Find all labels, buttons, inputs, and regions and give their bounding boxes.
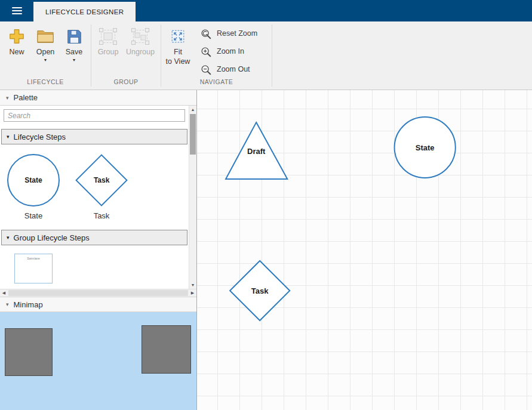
section-label-lifecycle: LIFECYCLE — [0, 78, 91, 90]
palette-search-input[interactable] — [4, 109, 185, 122]
zoom-out-button[interactable]: Zoom Out — [198, 61, 263, 78]
canvas-node-draft[interactable]: Draft — [226, 122, 287, 179]
palette-item-state[interactable]: State State — [7, 154, 60, 220]
state-circle-shape: State — [7, 154, 60, 206]
section-label-group: GROUP — [91, 78, 161, 90]
canvas-node-state-label: State — [416, 143, 435, 152]
reset-zoom-icon — [200, 28, 212, 40]
zoom-button-list: Reset Zoom Zoom In — [193, 25, 269, 78]
new-button[interactable]: New — [2, 25, 31, 57]
hamburger-menu-icon[interactable] — [0, 0, 33, 21]
tab-lifecycle-designer[interactable]: LIFECYCLE DESIGNER — [33, 2, 136, 21]
section-label-navigate: NAVIGATE — [161, 78, 272, 90]
save-disk-icon — [66, 26, 82, 47]
lifecycle-steps-collapse-icon: ▾ — [7, 134, 10, 140]
toolstrip-section-group: Group Ungroup — [91, 21, 161, 90]
open-folder-icon — [36, 26, 54, 47]
open-label: Open — [36, 48, 55, 57]
state-shape-text: State — [24, 176, 42, 184]
task-shape-text: Task — [94, 176, 109, 184]
group-lifecycle-steps-title: Group Lifecycle Steps — [14, 233, 90, 242]
zoom-out-icon — [200, 64, 212, 76]
main-area: ▾ Palette ▾ Lifecycle Steps St — [0, 90, 532, 410]
palette-panel-header[interactable]: ▾ Palette — [0, 90, 196, 106]
scroll-up-button[interactable]: ▲ — [189, 106, 196, 113]
save-caret-down-icon[interactable]: ▾ — [73, 58, 75, 63]
canvas-node-state[interactable]: State — [395, 117, 456, 178]
canvas-node-draft-label: Draft — [247, 147, 266, 156]
reset-zoom-button[interactable]: Reset Zoom — [198, 25, 263, 42]
canvas-node-task-label: Task — [251, 286, 269, 295]
diagram-canvas[interactable]: Draft State Task — [197, 90, 532, 410]
lifecycle-steps-title: Lifecycle Steps — [14, 132, 66, 141]
scroll-right-button[interactable]: ▶ — [189, 289, 196, 297]
minimap-view[interactable] — [0, 312, 196, 410]
palette-vertical-scrollbar[interactable]: ▲ ▼ — [189, 106, 196, 289]
group-lifecycle-steps-collapse-icon: ▾ — [7, 235, 10, 241]
ungroup-label: Ungroup — [126, 48, 155, 57]
minimap-node — [142, 325, 191, 374]
ungroup-button[interactable]: Ungroup — [122, 25, 158, 57]
lifecycle-steps-items: State State Task Task — [0, 144, 189, 226]
app-window: LIFECYCLE DESIGNER New Open ▾ — [0, 0, 532, 410]
palette-title: Palette — [14, 93, 38, 102]
palette-collapse-icon[interactable]: ▾ — [6, 95, 9, 101]
vertical-scrollbar-thumb[interactable] — [190, 114, 196, 155]
palette-body: ▾ Lifecycle Steps State State — [0, 106, 196, 289]
titlebar: LIFECYCLE DESIGNER — [0, 0, 532, 21]
minimap-panel-header[interactable]: ▾ Minimap — [0, 297, 196, 312]
task-diamond-shape: Task — [75, 154, 128, 206]
toolstrip-divider — [272, 24, 272, 87]
toolstrip: New Open ▾ Save ▾ LIFECYCLE — [0, 21, 532, 90]
zoom-in-label: Zoom In — [217, 47, 244, 57]
toolstrip-section-navigate: Fit to View Reset Zoom — [161, 21, 272, 90]
group-label: Group — [98, 48, 119, 57]
task-item-label: Task — [94, 211, 110, 220]
new-icon — [8, 26, 25, 47]
group-icon — [99, 26, 117, 47]
state-item-label: State — [24, 211, 42, 220]
canvas-shapes: Draft State Task — [197, 90, 532, 410]
open-button[interactable]: Open ▾ — [31, 25, 60, 63]
fit-to-view-icon — [170, 26, 186, 47]
section-header-lifecycle-steps[interactable]: ▾ Lifecycle Steps — [1, 129, 187, 144]
section-header-group-lifecycle-steps[interactable]: ▾ Group Lifecycle Steps — [1, 230, 187, 245]
minimap-collapse-icon[interactable]: ▾ — [6, 301, 9, 307]
scroll-left-button[interactable]: ◀ — [0, 289, 8, 297]
swimlane-shape-text: Swimlane — [27, 257, 40, 260]
sidebar: ▾ Palette ▾ Lifecycle Steps St — [0, 90, 197, 410]
fit-to-view-button[interactable]: Fit to View — [164, 25, 192, 66]
zoom-in-button[interactable]: Zoom In — [198, 43, 263, 60]
scroll-down-button[interactable]: ▼ — [189, 281, 196, 289]
minimap-title: Minimap — [14, 300, 43, 309]
open-caret-down-icon[interactable]: ▾ — [44, 58, 47, 63]
fit-to-view-label: Fit to View — [166, 48, 190, 66]
horizontal-scrollbar-thumb[interactable] — [8, 290, 188, 296]
save-label: Save — [66, 48, 83, 57]
zoom-out-label: Zoom Out — [217, 65, 250, 75]
reset-zoom-label: Reset Zoom — [217, 29, 257, 39]
save-button[interactable]: Save ▾ — [60, 25, 88, 63]
palette-horizontal-scrollbar[interactable]: ◀ ▶ — [0, 289, 196, 297]
palette-item-task[interactable]: Task Task — [75, 154, 128, 220]
tab-label: LIFECYCLE DESIGNER — [45, 8, 124, 16]
minimap-node — [5, 328, 53, 376]
palette-item-swimlane[interactable]: Swimlane — [14, 254, 53, 283]
canvas-node-task[interactable]: Task — [230, 261, 290, 320]
new-label: New — [9, 48, 24, 57]
zoom-in-icon — [200, 46, 212, 58]
toolstrip-section-lifecycle: New Open ▾ Save ▾ LIFECYCLE — [0, 21, 91, 90]
group-button[interactable]: Group — [94, 25, 122, 57]
ungroup-icon — [131, 26, 149, 47]
